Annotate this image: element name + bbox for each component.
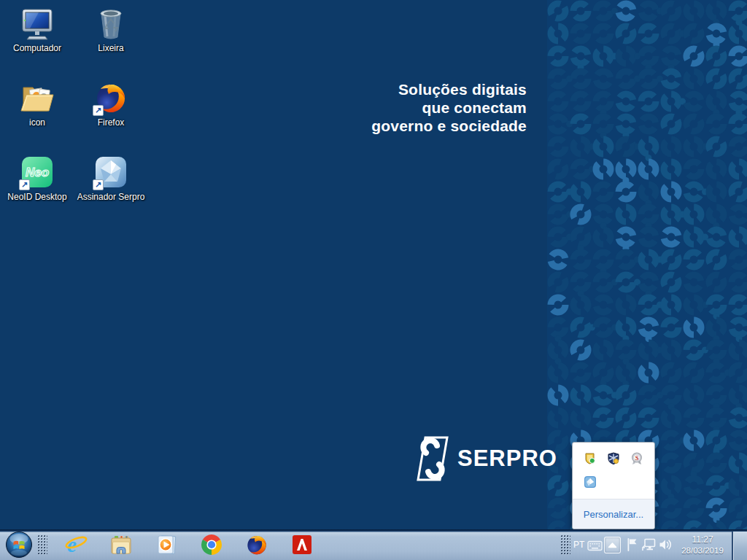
computer-icon <box>20 6 55 41</box>
taskbar-media-player[interactable] <box>144 531 189 559</box>
clock-time: 11:27 <box>676 534 729 545</box>
taskbar-drag-handle[interactable] <box>38 535 47 556</box>
chevron-up-icon <box>608 542 617 548</box>
shortcut-arrow-icon: ↗ <box>93 179 104 190</box>
tray-flyout-footer: Personalizar... <box>573 499 654 529</box>
pictures-folder-icon <box>20 80 55 115</box>
tray-flyout-icon-grid: S <box>573 443 654 499</box>
show-desktop-divider <box>732 532 733 560</box>
taskbar-tray-drag-handle[interactable] <box>561 535 570 556</box>
desktop-icon-assinador[interactable]: ↗ Assinador Serpro <box>75 155 147 202</box>
network-icon[interactable] <box>641 538 657 551</box>
serpro-logo-mark <box>413 435 452 482</box>
taskbar-adobe-reader[interactable] <box>279 531 325 559</box>
desktop-icon-label: Lixeira <box>75 43 147 53</box>
volume-icon[interactable] <box>659 539 672 551</box>
certificate-shield-icon[interactable] <box>584 452 597 465</box>
svg-text:Neo: Neo <box>26 166 49 179</box>
personalize-link[interactable]: Personalizar... <box>584 509 643 520</box>
desktop-icon-neoid[interactable]: Neo ↗ NeoID Desktop <box>1 155 73 202</box>
taskbar: e <box>0 529 747 560</box>
adobe-reader-icon <box>290 533 314 556</box>
serpro-logo: SERPRO <box>413 435 557 482</box>
google-chrome-icon <box>200 533 223 556</box>
recycle-bin-icon <box>93 6 128 41</box>
tagline-line-1: Soluções digitais <box>371 80 527 98</box>
security-star-icon[interactable] <box>607 452 620 465</box>
desktop-icon-computador[interactable]: Computador <box>1 6 73 53</box>
show-desktop-button[interactable] <box>734 532 747 560</box>
taskbar-windows-explorer[interactable] <box>98 531 144 559</box>
desktop-icon-firefox[interactable]: ↗ Firefox <box>75 80 147 128</box>
desktop-icon-label: icon <box>1 117 73 128</box>
action-center-flag-icon[interactable] <box>626 537 638 552</box>
medal-s-icon[interactable]: S <box>630 452 643 465</box>
desktop: Soluções digitais que conectam governo e… <box>0 0 747 560</box>
desktop-icon-folder[interactable]: icon <box>1 80 73 128</box>
serpro-logo-text: SERPRO <box>457 446 557 472</box>
clock-date: 28/03/2019 <box>676 545 729 556</box>
firefox-taskbar-icon <box>245 533 268 556</box>
windows-explorer-icon <box>109 533 133 556</box>
shortcut-arrow-icon: ↗ <box>19 179 30 190</box>
start-button[interactable] <box>5 531 33 559</box>
windows-media-player-icon <box>155 533 178 556</box>
tray-overflow-flyout: S Personalizar... <box>572 442 655 529</box>
taskbar-firefox[interactable] <box>234 531 279 559</box>
desktop-icon-label: NeoID Desktop <box>1 192 73 202</box>
desktop-icon-label: Firefox <box>75 117 147 128</box>
svg-text:e: e <box>67 533 77 556</box>
taskbar-internet-explorer[interactable]: e <box>53 531 98 559</box>
svg-text:S: S <box>635 454 639 462</box>
desktop-icon-lixeira[interactable]: Lixeira <box>75 6 147 53</box>
taskbar-clock[interactable]: 11:27 28/03/2019 <box>676 534 729 556</box>
taskbar-chrome[interactable] <box>189 531 234 559</box>
show-hidden-icons-button[interactable] <box>604 537 621 553</box>
shortcut-arrow-icon: ↗ <box>93 105 104 116</box>
desktop-icon-label: Assinador Serpro <box>75 192 147 202</box>
taskbar-apps: e <box>53 531 325 559</box>
assinador-tray-icon[interactable] <box>584 475 597 489</box>
internet-explorer-icon: e <box>64 533 88 556</box>
tagline-line-3: governo e sociedade <box>371 117 527 135</box>
tagline-line-2: que conectam <box>371 98 527 117</box>
wallpaper-tagline: Soluções digitais que conectam governo e… <box>371 80 527 135</box>
desktop-icon-label: Computador <box>1 43 73 53</box>
keyboard-layout-icon[interactable] <box>587 540 603 551</box>
